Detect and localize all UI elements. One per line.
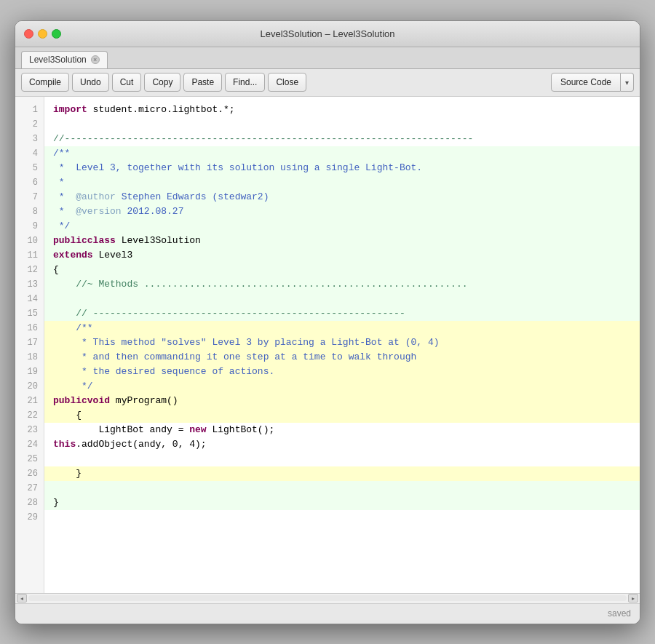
line-number: 1 [15, 103, 44, 117]
line-numbers: 1234567891011121314151617181920212223242… [15, 97, 44, 593]
code-line: extends Level3 [44, 248, 640, 263]
code-line: /** [44, 321, 640, 335]
line-number: 20 [15, 379, 44, 394]
scroll-right-button[interactable]: ▸ [628, 594, 638, 603]
code-line [44, 292, 640, 306]
code-line: LightBot andy = new LightBot(); [44, 423, 640, 437]
line-number: 17 [15, 335, 44, 350]
line-number: 6 [15, 175, 44, 190]
line-number: 23 [15, 423, 44, 437]
code-area[interactable]: import student.micro.lightbot.*; //-----… [44, 97, 640, 593]
title-bar: Level3Solution – Level3Solution [15, 21, 640, 47]
line-number: 22 [15, 408, 44, 423]
line-number: 5 [15, 161, 44, 175]
code-line [44, 117, 640, 132]
code-line: import student.micro.lightbot.*; [44, 103, 640, 117]
code-line: * @version 2012.08.27 [44, 204, 640, 219]
code-line: this.addObject(andy, 0, 4); [44, 437, 640, 452]
line-number: 26 [15, 466, 44, 481]
main-window: Level3Solution – Level3Solution Level3So… [15, 20, 640, 624]
code-line [44, 481, 640, 496]
horizontal-scrollbar[interactable]: ◂ ▸ [15, 593, 640, 603]
line-number: 25 [15, 452, 44, 466]
toolbar: Compile Undo Cut Copy Paste Find... Clos… [15, 69, 640, 97]
editor-content[interactable]: 1234567891011121314151617181920212223242… [15, 97, 640, 593]
line-number: 28 [15, 496, 44, 510]
tab-close-button[interactable]: × [91, 55, 100, 64]
code-line: } [44, 466, 640, 481]
copy-button[interactable]: Copy [144, 73, 180, 92]
code-line [44, 452, 640, 466]
window-title: Level3Solution – Level3Solution [260, 28, 394, 39]
line-number: 13 [15, 277, 44, 292]
line-number: 4 [15, 146, 44, 161]
line-number: 21 [15, 394, 44, 408]
line-number: 11 [15, 248, 44, 263]
code-line: * Level 3, together with its solution us… [44, 161, 640, 175]
line-number: 14 [15, 292, 44, 306]
find-button[interactable]: Find... [225, 73, 265, 92]
code-line [44, 510, 640, 525]
code-line: * @author Stephen Edwards (stedwar2) [44, 190, 640, 204]
minimize-window-button[interactable] [38, 29, 47, 39]
tab-level3solution[interactable]: Level3Solution × [21, 51, 108, 68]
code-line: { [44, 408, 640, 423]
code-line: // -------------------------------------… [44, 306, 640, 321]
line-number: 24 [15, 437, 44, 452]
undo-button[interactable]: Undo [72, 73, 109, 92]
code-line: { [44, 263, 640, 277]
line-number: 10 [15, 234, 44, 248]
line-number: 3 [15, 132, 44, 146]
code-line: //--------------------------------------… [44, 132, 640, 146]
tab-label: Level3Solution [29, 55, 87, 65]
line-number: 18 [15, 350, 44, 365]
line-number: 7 [15, 190, 44, 204]
status-text: saved [608, 608, 631, 619]
status-bar: saved [15, 603, 640, 624]
code-line: public class Level3Solution [44, 234, 640, 248]
code-line: //~ Methods ............................… [44, 277, 640, 292]
line-number: 29 [15, 510, 44, 525]
fullscreen-window-button[interactable] [52, 29, 61, 39]
scroll-left-button[interactable]: ◂ [17, 594, 27, 603]
toolbar-right: Source Code ▾ [551, 73, 634, 92]
code-line: * [44, 175, 640, 190]
code-line: * This method "solves" Level 3 by placin… [44, 335, 640, 350]
code-line: /** [44, 146, 640, 161]
code-line: */ [44, 219, 640, 234]
code-line: } [44, 496, 640, 510]
cut-button[interactable]: Cut [112, 73, 142, 92]
code-line: public void myProgram() [44, 394, 640, 408]
line-number: 12 [15, 263, 44, 277]
scroll-track[interactable] [28, 595, 627, 601]
line-number: 15 [15, 306, 44, 321]
code-line: * the desired sequence of actions. [44, 365, 640, 379]
line-number: 16 [15, 321, 44, 335]
paste-button[interactable]: Paste [183, 73, 222, 92]
traffic-lights [24, 29, 61, 39]
line-number: 8 [15, 204, 44, 219]
close-window-button[interactable] [24, 29, 33, 39]
tab-bar: Level3Solution × [15, 47, 640, 69]
source-code-dropdown-button[interactable]: ▾ [621, 73, 634, 92]
line-number: 2 [15, 117, 44, 132]
code-line: * and then commanding it one step at a t… [44, 350, 640, 365]
line-number: 9 [15, 219, 44, 234]
close-button[interactable]: Close [268, 73, 306, 92]
line-number: 27 [15, 481, 44, 496]
line-number: 19 [15, 365, 44, 379]
compile-button[interactable]: Compile [21, 73, 69, 92]
code-line: */ [44, 379, 640, 394]
source-code-button[interactable]: Source Code [551, 73, 621, 92]
editor-area: 1234567891011121314151617181920212223242… [15, 97, 640, 603]
